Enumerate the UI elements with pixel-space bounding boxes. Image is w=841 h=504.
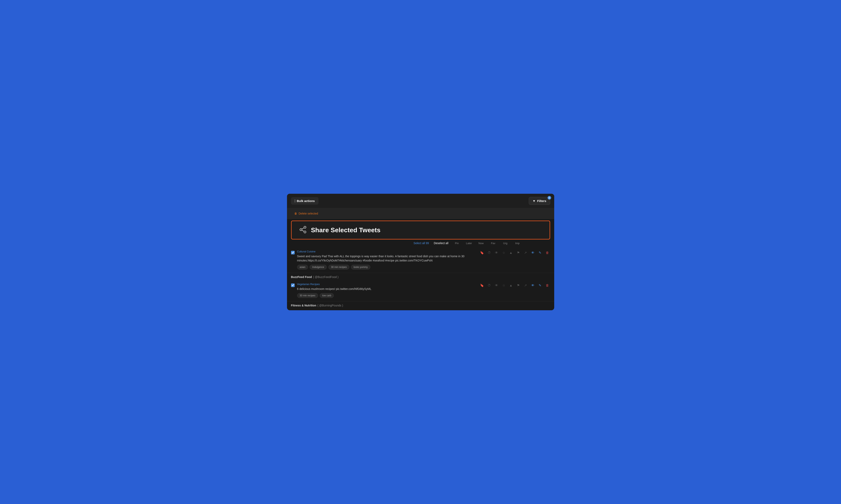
star-icon[interactable]: ☆ [501, 284, 507, 287]
external-link-icon[interactable]: ↗ [523, 284, 528, 287]
dots-icon [295, 200, 295, 202]
edit-icon[interactable]: ✎ [537, 284, 543, 287]
svg-line-3 [302, 230, 304, 232]
author-name-3: Fitness & Nutrition [291, 304, 316, 307]
delete-icon[interactable]: 🗑 [545, 284, 550, 287]
alert-icon[interactable]: ▲ [508, 284, 514, 287]
flag-icon[interactable]: ⚑ [515, 284, 521, 287]
tweet-tags-2: 30 min recipes low carb [297, 293, 477, 298]
eye-icon[interactable]: 👁 [494, 251, 499, 255]
tag[interactable]: Indulgence [310, 265, 327, 270]
select-all-link[interactable]: Select all 99 [414, 241, 429, 245]
filters-button[interactable]: ▼ Filters 0 [529, 197, 550, 205]
tweet-tags-1: asian Indulgence 30 min recipes looks yu… [297, 265, 477, 270]
tag[interactable]: low carb [320, 293, 334, 298]
tweet-text-1: Sweet and savoury Pad Thai with ALL the … [297, 254, 477, 263]
share-icon [299, 226, 307, 234]
col-later: Later [465, 242, 473, 245]
svg-line-4 [302, 228, 304, 229]
tweet-content-1: Cultural Cuisine Sweet and savoury Pad T… [297, 250, 477, 270]
tag[interactable]: asian [297, 265, 308, 270]
share-tweets-label: Share Selected Tweets [311, 227, 380, 234]
inner-window: Bulk actions ▼ Filters 0 🗑 Delete select… [287, 194, 554, 310]
content-area: Cultural Cuisine Sweet and savoury Pad T… [287, 247, 554, 310]
filters-label: Filters [537, 199, 546, 203]
tag[interactable]: 30 min recipes [297, 293, 318, 298]
svg-point-1 [300, 229, 302, 231]
tag[interactable]: looks yummy [351, 265, 370, 270]
edit-icon[interactable]: ✎ [537, 251, 543, 255]
tweet-category-1[interactable]: Cultural Cuisine [297, 250, 477, 253]
star-icon[interactable]: ☆ [501, 251, 507, 255]
delete-selected-label: Delete selected [299, 212, 318, 215]
tweet-category-2[interactable]: Vegetarian Recipes [297, 283, 477, 286]
table-row: Vegetarian Recipes 6 delicious mushroom … [287, 280, 554, 301]
author-handle-3: ( @BurningPounds ) [317, 304, 343, 307]
tweet-checkbox-2[interactable] [291, 284, 295, 287]
top-bar: Bulk actions ▼ Filters 0 [287, 194, 554, 208]
author-row-3: Fitness & Nutrition ( @BurningPounds ) [287, 301, 554, 308]
filter-icon: ▼ [533, 199, 536, 203]
tweet-actions-2: 🔖 ⏱ 👁 ☆ ▲ ⚑ ↗ 👁 ✎ 🗑 [479, 284, 550, 287]
dropdown-menu: 🗑 Delete selected [287, 208, 554, 219]
table-row: Cultural Cuisine Sweet and savoury Pad T… [287, 247, 554, 273]
outer-frame: Bulk actions ▼ Filters 0 🗑 Delete select… [281, 188, 560, 316]
flag-icon[interactable]: ⚑ [515, 251, 521, 255]
share-selected-tweets-box[interactable]: Share Selected Tweets [291, 220, 550, 239]
author-row-2: BuzzFeed Food ( @BuzzFeedFood ) [287, 273, 554, 280]
author-name-2: BuzzFeed Food [291, 275, 312, 278]
tweet-text-2: 6 delicious mushroom recipes! pic.twitte… [297, 287, 477, 291]
bulk-actions-button[interactable]: Bulk actions [291, 197, 319, 205]
col-pin: Pin [453, 242, 461, 245]
col-urg: Urg [502, 242, 509, 245]
bookmark-icon[interactable]: 🔖 [479, 251, 485, 255]
schedule-icon[interactable]: ⏱ [486, 251, 492, 255]
bulk-actions-label: Bulk actions [297, 199, 315, 203]
delete-icon[interactable]: 🗑 [545, 251, 550, 255]
column-headers-row: Select all 99 Deselect all Pin Later Now… [287, 239, 554, 247]
alert-icon[interactable]: ▲ [508, 251, 514, 255]
author-handle-2: ( @BuzzFeedFood ) [313, 275, 339, 278]
eye-icon[interactable]: 👁 [494, 284, 499, 287]
tweet-content-2: Vegetarian Recipes 6 delicious mushroom … [297, 283, 477, 298]
col-imp: Imp [514, 242, 521, 245]
schedule-icon[interactable]: ⏱ [486, 284, 492, 287]
svg-point-2 [304, 231, 306, 233]
bookmark-icon[interactable]: 🔖 [479, 284, 485, 287]
deselect-all-link[interactable]: Deselect all [434, 241, 448, 245]
preview-icon[interactable]: 👁 [530, 251, 536, 255]
external-link-icon[interactable]: ↗ [523, 251, 528, 255]
tweet-checkbox-1[interactable] [291, 251, 295, 254]
tweet-actions-1: 🔖 ⏱ 👁 ☆ ▲ ⚑ ↗ 👁 ✎ 🗑 [479, 251, 550, 255]
col-now: Now [478, 242, 485, 245]
col-fav: Fav [490, 242, 497, 245]
filters-badge: 0 [548, 196, 551, 200]
delete-selected-button[interactable]: 🗑 Delete selected [291, 210, 322, 217]
preview-icon[interactable]: 👁 [530, 284, 536, 287]
trash-icon: 🗑 [294, 212, 297, 215]
tag[interactable]: 30 min recipes [328, 265, 349, 270]
svg-point-0 [304, 226, 306, 228]
